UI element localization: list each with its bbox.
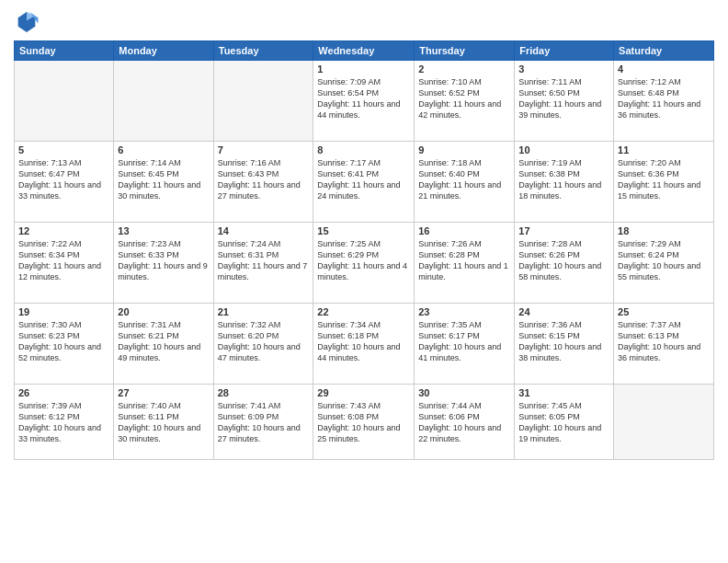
day-number: 27 <box>118 387 209 398</box>
header <box>14 9 714 35</box>
day-info: Sunrise: 7:10 AM Sunset: 6:52 PM Dayligh… <box>418 76 510 121</box>
day-number: 29 <box>317 387 410 398</box>
day-number: 10 <box>518 144 609 155</box>
day-cell: 13Sunrise: 7:23 AM Sunset: 6:33 PM Dayli… <box>114 223 213 304</box>
day-cell: 5Sunrise: 7:13 AM Sunset: 6:47 PM Daylig… <box>15 142 114 223</box>
day-number: 2 <box>418 63 510 75</box>
day-number: 9 <box>418 144 510 155</box>
day-cell: 26Sunrise: 7:39 AM Sunset: 6:12 PM Dayli… <box>15 385 114 460</box>
day-number: 28 <box>218 387 310 398</box>
day-number: 6 <box>118 144 209 155</box>
day-cell: 22Sunrise: 7:34 AM Sunset: 6:18 PM Dayli… <box>313 304 415 385</box>
day-info: Sunrise: 7:40 AM Sunset: 6:11 PM Dayligh… <box>118 400 209 445</box>
day-cell <box>614 385 714 460</box>
day-info: Sunrise: 7:18 AM Sunset: 6:40 PM Dayligh… <box>418 157 510 202</box>
day-cell: 28Sunrise: 7:41 AM Sunset: 6:09 PM Dayli… <box>213 385 313 460</box>
day-number: 3 <box>518 63 609 75</box>
day-info: Sunrise: 7:29 AM Sunset: 6:24 PM Dayligh… <box>618 238 710 283</box>
day-cell: 21Sunrise: 7:32 AM Sunset: 6:20 PM Dayli… <box>213 304 313 385</box>
day-cell: 19Sunrise: 7:30 AM Sunset: 6:23 PM Dayli… <box>15 304 114 385</box>
weekday-header-row: SundayMondayTuesdayWednesdayThursdayFrid… <box>15 41 714 61</box>
page: SundayMondayTuesdayWednesdayThursdayFrid… <box>0 0 728 563</box>
calendar: SundayMondayTuesdayWednesdayThursdayFrid… <box>14 40 714 460</box>
day-number: 30 <box>418 387 510 398</box>
day-cell <box>213 61 313 142</box>
day-info: Sunrise: 7:16 AM Sunset: 6:43 PM Dayligh… <box>218 157 310 202</box>
day-number: 24 <box>518 306 609 317</box>
day-cell: 14Sunrise: 7:24 AM Sunset: 6:31 PM Dayli… <box>213 223 313 304</box>
day-cell: 15Sunrise: 7:25 AM Sunset: 6:29 PM Dayli… <box>313 223 415 304</box>
day-info: Sunrise: 7:45 AM Sunset: 6:05 PM Dayligh… <box>518 400 609 445</box>
day-info: Sunrise: 7:17 AM Sunset: 6:41 PM Dayligh… <box>317 157 410 202</box>
weekday-header-thursday: Thursday <box>415 41 515 61</box>
day-cell: 10Sunrise: 7:19 AM Sunset: 6:38 PM Dayli… <box>515 142 614 223</box>
day-info: Sunrise: 7:20 AM Sunset: 6:36 PM Dayligh… <box>618 157 710 202</box>
day-info: Sunrise: 7:31 AM Sunset: 6:21 PM Dayligh… <box>118 319 209 364</box>
day-info: Sunrise: 7:28 AM Sunset: 6:26 PM Dayligh… <box>518 238 609 283</box>
day-number: 14 <box>218 225 310 236</box>
week-row-1: 1Sunrise: 7:09 AM Sunset: 6:54 PM Daylig… <box>15 61 714 142</box>
day-cell: 7Sunrise: 7:16 AM Sunset: 6:43 PM Daylig… <box>213 142 313 223</box>
day-number: 20 <box>118 306 209 317</box>
week-row-5: 26Sunrise: 7:39 AM Sunset: 6:12 PM Dayli… <box>15 385 714 460</box>
day-cell: 4Sunrise: 7:12 AM Sunset: 6:48 PM Daylig… <box>614 61 714 142</box>
day-cell: 12Sunrise: 7:22 AM Sunset: 6:34 PM Dayli… <box>15 223 114 304</box>
day-number: 7 <box>218 144 310 155</box>
day-info: Sunrise: 7:32 AM Sunset: 6:20 PM Dayligh… <box>218 319 310 364</box>
day-number: 15 <box>317 225 410 236</box>
day-number: 5 <box>18 144 109 155</box>
week-row-4: 19Sunrise: 7:30 AM Sunset: 6:23 PM Dayli… <box>15 304 714 385</box>
day-number: 17 <box>518 225 609 236</box>
day-number: 16 <box>418 225 510 236</box>
week-row-3: 12Sunrise: 7:22 AM Sunset: 6:34 PM Dayli… <box>15 223 714 304</box>
day-cell: 2Sunrise: 7:10 AM Sunset: 6:52 PM Daylig… <box>415 61 515 142</box>
day-info: Sunrise: 7:35 AM Sunset: 6:17 PM Dayligh… <box>418 319 510 364</box>
day-cell: 30Sunrise: 7:44 AM Sunset: 6:06 PM Dayli… <box>415 385 515 460</box>
day-number: 18 <box>618 225 710 236</box>
day-number: 25 <box>618 306 710 317</box>
day-number: 22 <box>317 306 410 317</box>
day-cell: 6Sunrise: 7:14 AM Sunset: 6:45 PM Daylig… <box>114 142 213 223</box>
day-cell <box>15 61 114 142</box>
day-cell: 16Sunrise: 7:26 AM Sunset: 6:28 PM Dayli… <box>415 223 515 304</box>
day-info: Sunrise: 7:11 AM Sunset: 6:50 PM Dayligh… <box>518 76 609 121</box>
day-info: Sunrise: 7:36 AM Sunset: 6:15 PM Dayligh… <box>518 319 609 364</box>
day-number: 8 <box>317 144 410 155</box>
weekday-header-monday: Monday <box>114 41 213 61</box>
weekday-header-tuesday: Tuesday <box>213 41 313 61</box>
day-cell: 31Sunrise: 7:45 AM Sunset: 6:05 PM Dayli… <box>515 385 614 460</box>
day-info: Sunrise: 7:37 AM Sunset: 6:13 PM Dayligh… <box>618 319 710 364</box>
day-number: 19 <box>18 306 109 317</box>
day-info: Sunrise: 7:30 AM Sunset: 6:23 PM Dayligh… <box>18 319 109 364</box>
day-number: 23 <box>418 306 510 317</box>
day-info: Sunrise: 7:34 AM Sunset: 6:18 PM Dayligh… <box>317 319 410 364</box>
logo <box>14 9 43 35</box>
day-cell: 25Sunrise: 7:37 AM Sunset: 6:13 PM Dayli… <box>614 304 714 385</box>
day-cell: 8Sunrise: 7:17 AM Sunset: 6:41 PM Daylig… <box>313 142 415 223</box>
day-info: Sunrise: 7:41 AM Sunset: 6:09 PM Dayligh… <box>218 400 310 445</box>
logo-icon <box>14 9 40 35</box>
day-cell: 18Sunrise: 7:29 AM Sunset: 6:24 PM Dayli… <box>614 223 714 304</box>
day-cell: 23Sunrise: 7:35 AM Sunset: 6:17 PM Dayli… <box>415 304 515 385</box>
day-info: Sunrise: 7:22 AM Sunset: 6:34 PM Dayligh… <box>18 238 109 283</box>
day-number: 21 <box>218 306 310 317</box>
weekday-header-saturday: Saturday <box>614 41 714 61</box>
day-info: Sunrise: 7:09 AM Sunset: 6:54 PM Dayligh… <box>317 76 410 121</box>
weekday-header-wednesday: Wednesday <box>313 41 415 61</box>
week-row-2: 5Sunrise: 7:13 AM Sunset: 6:47 PM Daylig… <box>15 142 714 223</box>
day-info: Sunrise: 7:24 AM Sunset: 6:31 PM Dayligh… <box>218 238 310 283</box>
day-info: Sunrise: 7:25 AM Sunset: 6:29 PM Dayligh… <box>317 238 410 283</box>
day-info: Sunrise: 7:23 AM Sunset: 6:33 PM Dayligh… <box>118 238 209 283</box>
day-cell: 11Sunrise: 7:20 AM Sunset: 6:36 PM Dayli… <box>614 142 714 223</box>
day-info: Sunrise: 7:19 AM Sunset: 6:38 PM Dayligh… <box>518 157 609 202</box>
day-number: 26 <box>18 387 109 398</box>
day-info: Sunrise: 7:44 AM Sunset: 6:06 PM Dayligh… <box>418 400 510 445</box>
day-number: 11 <box>618 144 710 155</box>
weekday-header-sunday: Sunday <box>15 41 114 61</box>
day-info: Sunrise: 7:12 AM Sunset: 6:48 PM Dayligh… <box>618 76 710 121</box>
day-cell: 29Sunrise: 7:43 AM Sunset: 6:08 PM Dayli… <box>313 385 415 460</box>
day-info: Sunrise: 7:14 AM Sunset: 6:45 PM Dayligh… <box>118 157 209 202</box>
day-cell: 9Sunrise: 7:18 AM Sunset: 6:40 PM Daylig… <box>415 142 515 223</box>
day-number: 12 <box>18 225 109 236</box>
day-number: 31 <box>518 387 609 398</box>
